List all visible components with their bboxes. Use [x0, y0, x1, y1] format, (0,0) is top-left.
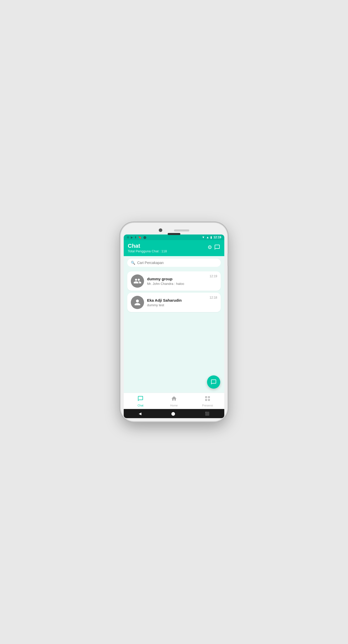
android-navbar: ◀ ⬤ ⬛ — [124, 409, 224, 418]
camera — [159, 228, 162, 232]
chat-avatar-person — [131, 296, 144, 309]
bottom-nav: Chat Home Presensi — [124, 393, 224, 409]
chat-item-2[interactable]: Eka Adji Saharudin dummy test 12:18 — [127, 293, 221, 312]
back-button[interactable]: ◀ — [139, 412, 141, 416]
chat-nav-icon — [137, 396, 144, 403]
home-nav-label: Home — [170, 404, 178, 407]
chat-time-2: 12:18 — [210, 296, 217, 299]
status-time: 12:19 — [213, 236, 221, 239]
nav-item-presensi[interactable]: Presensi — [191, 396, 224, 407]
bookmark-status-icon: 🔖 — [138, 236, 142, 239]
play-status-icon: ▶ — [131, 236, 133, 239]
page-title: Chat — [128, 243, 167, 249]
app-header: Chat Total Pengguna Chat : 118 ⚙ — [124, 240, 224, 256]
battery-icon: ▮ — [210, 236, 212, 239]
chat-nav-label: Chat — [137, 404, 143, 407]
gear-status-icon: ⚙ — [127, 236, 129, 239]
wifi-icon: ▼ — [202, 236, 205, 239]
recents-button[interactable]: ⬛ — [205, 412, 209, 416]
phone-device: ⚙ ▶ ⬇ 🔖 ⬤ ▼ ▲ ▮ 12:19 Chat Total Penggun… — [121, 223, 227, 421]
earpiece — [168, 233, 180, 235]
search-container: 🔍 — [124, 256, 224, 269]
search-icon: 🔍 — [131, 261, 135, 265]
fab-new-chat[interactable] — [207, 375, 220, 389]
speaker-slot — [174, 229, 189, 231]
chat-avatar-group — [131, 274, 144, 288]
chat-preview-2: dummy test — [147, 303, 207, 307]
presensi-nav-icon — [204, 396, 211, 403]
chat-item-1[interactable]: dummy group Mr. John Chandra : haloo 12:… — [127, 271, 221, 291]
chat-info-1: dummy group Mr. John Chandra : haloo — [147, 277, 207, 286]
nav-item-home[interactable]: Home — [157, 396, 191, 407]
chat-preview-1: Mr. John Chandra : haloo — [147, 282, 207, 286]
side-button — [228, 253, 229, 266]
download-status-icon: ⬇ — [134, 236, 137, 239]
chat-name-2: Eka Adji Saharudin — [147, 298, 207, 302]
status-bar: ⚙ ▶ ⬇ 🔖 ⬤ ▼ ▲ ▮ 12:19 — [124, 235, 224, 240]
chat-name-1: dummy group — [147, 277, 207, 281]
chat-time-1: 12:19 — [210, 274, 217, 278]
new-chat-icon[interactable] — [214, 244, 220, 252]
presensi-nav-label: Presensi — [202, 404, 213, 407]
signal-icon: ▲ — [206, 236, 209, 239]
home-button[interactable]: ⬤ — [171, 412, 175, 416]
search-input[interactable] — [137, 261, 217, 265]
phone-screen: ⚙ ▶ ⬇ 🔖 ⬤ ▼ ▲ ▮ 12:19 Chat Total Penggun… — [124, 235, 224, 418]
header-icons: ⚙ — [208, 244, 220, 252]
home-nav-icon — [171, 396, 177, 403]
settings-icon[interactable]: ⚙ — [208, 244, 212, 252]
chat-info-2: Eka Adji Saharudin dummy test — [147, 298, 207, 307]
header-subtitle: Total Pengguna Chat : 118 — [128, 249, 167, 253]
header-title-block: Chat Total Pengguna Chat : 118 — [128, 243, 167, 253]
chat-list: dummy group Mr. John Chandra : haloo 12:… — [124, 269, 224, 393]
nav-item-chat[interactable]: Chat — [124, 396, 157, 407]
status-icons-left: ⚙ ▶ ⬇ 🔖 ⬤ — [127, 236, 146, 239]
circle-status-icon: ⬤ — [143, 236, 146, 239]
search-bar[interactable]: 🔍 — [127, 259, 221, 267]
status-icons-right: ▼ ▲ ▮ 12:19 — [202, 236, 221, 239]
